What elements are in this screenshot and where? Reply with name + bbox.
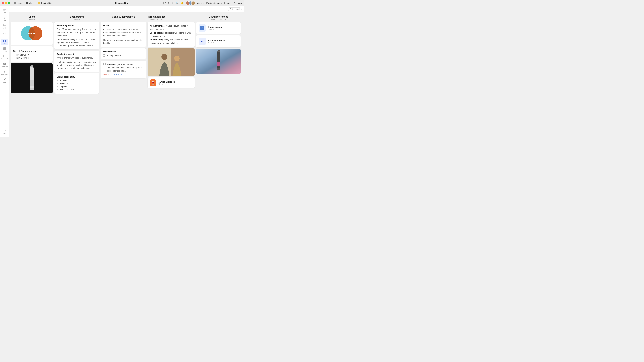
deliverables-card: Deliverables: 1 x logo refresh — [101, 48, 146, 59]
svg-rect-6 — [3, 10, 5, 10]
deliverable-checkbox[interactable] — [103, 54, 106, 57]
note-label: Note — [3, 12, 6, 13]
target-collapse-icon[interactable]: − — [193, 15, 194, 18]
client-title: Client — [11, 15, 53, 18]
vineyard-name: Sea of Roses vineyard — [13, 50, 50, 52]
brand-assets-column-header: Brand assets cards 6 cards — [242, 14, 244, 21]
svg-rect-17 — [5, 39, 6, 41]
sidebar-item-add-image[interactable]: Add image — [1, 62, 8, 68]
tab-work[interactable]: Work — [24, 1, 35, 5]
sidebar-item-draw[interactable]: Draw — [1, 77, 8, 84]
tab-home[interactable]: Home — [12, 1, 24, 5]
svg-rect-10 — [4, 25, 6, 26]
svg-rect-49 — [202, 28, 204, 30]
minimize-button[interactable] — [5, 2, 7, 4]
background-section-title: The background — [57, 24, 97, 27]
goals-title: Goals & deliverables — [101, 15, 146, 18]
export-chevron: ▾ — [230, 2, 231, 4]
background-subtitle: 3 cards — [54, 18, 99, 20]
zoom-out-button[interactable]: Zoom out — [234, 2, 242, 4]
svg-rect-18 — [3, 41, 4, 42]
svg-rect-19 — [5, 41, 6, 42]
target-title: Target audience — [148, 15, 165, 18]
maximize-button[interactable] — [8, 2, 10, 4]
personality-feminine: Feminine — [60, 79, 97, 82]
svg-rect-12 — [4, 26, 5, 26]
due-date-tag[interactable]: Due 30 Jul — [104, 74, 112, 76]
vineyard-bullets: Founder 1879 Family owned — [13, 53, 50, 59]
svg-rect-51 — [217, 51, 220, 52]
avatar-stack — [186, 1, 195, 5]
sidebar-item-line[interactable]: Line — [1, 31, 8, 37]
audience-info-card: About them: 25-40 year olds, interested … — [148, 22, 194, 47]
brand-personality-title: Brand personality — [57, 76, 97, 78]
sidebar-item-link[interactable]: Link — [1, 15, 8, 22]
brand-pattern-ref-card[interactable]: Ai Brand-Pattern.ai 1.4 MB — [196, 35, 241, 47]
notifications-icon[interactable]: 0 — [168, 2, 170, 4]
sidebar-item-note[interactable]: Note — [1, 8, 8, 14]
traffic-lights — [2, 2, 10, 4]
draw-label: Draw — [3, 81, 6, 83]
sidebar-item-column[interactable]: Column — [1, 46, 8, 53]
brand-pattern-size: 1.4 MB — [208, 42, 225, 44]
bullet-founder: Founder 1879 — [16, 53, 50, 56]
brand-assets-count: 6 cards — [208, 28, 222, 30]
upload-label: Upload file — [1, 74, 8, 75]
background-title: Background — [54, 15, 99, 18]
window-title: Creative Brief — [115, 2, 129, 4]
background-card: The background Sea of Roses are launchin… — [54, 22, 99, 49]
target-audience-board-card[interactable]: 🍷 Target audience 13 cards — [148, 77, 194, 88]
svg-point-15 — [5, 33, 6, 33]
svg-point-26 — [5, 56, 5, 56]
svg-rect-20 — [3, 47, 4, 50]
editors-label[interactable]: Editors — [196, 2, 202, 4]
sidebar-item-board[interactable]: Board — [1, 38, 8, 45]
deliverables-label: Deliverables: — [103, 51, 144, 53]
tab-brief[interactable]: Creative Brief — [36, 1, 54, 5]
brand-assets-ref-card[interactable]: Brand assets 6 cards — [196, 22, 241, 34]
home-tab-icon — [14, 2, 16, 4]
target-board-name: Target audience — [158, 81, 175, 83]
svg-rect-47 — [202, 26, 204, 28]
trash-label: Trash — [2, 133, 6, 134]
svg-rect-3 — [3, 9, 6, 9]
due-checkbox[interactable] — [104, 63, 106, 65]
wine-bottle-ref-card — [196, 49, 241, 74]
main-area: 0 Unsorted Client 4 cards Summit — [9, 6, 244, 137]
app-layout: Note Link To-do — [0, 6, 244, 137]
target-subtitle: 1 board, 2 cards — [148, 18, 165, 20]
sidebar-item-trash[interactable]: Trash — [1, 128, 8, 135]
bell-icon[interactable]: 🔔 — [180, 2, 184, 4]
sidebar-item-comment[interactable]: Comment — [1, 54, 8, 61]
svg-rect-1 — [164, 2, 165, 4]
titlebar-right: 0 ? 🔍 🔔 Editors ▾ Publish & share ▾ Expo… — [163, 1, 242, 5]
avatar-3 — [191, 1, 195, 5]
close-button[interactable] — [2, 2, 4, 4]
svg-rect-5 — [3, 10, 6, 10]
column-background: Background 3 cards The background Sea of… — [54, 14, 99, 135]
wine-bottle-dark-card — [11, 63, 53, 93]
goals-card: Goals Establish brand awareness for the … — [101, 22, 146, 47]
unsorted-badge[interactable]: 0 Unsorted — [228, 7, 242, 11]
svg-rect-36 — [30, 64, 33, 66]
target-column-header: Target audience 1 board, 2 cards − — [148, 14, 194, 21]
sidebar-item-upload[interactable]: Upload file — [1, 69, 8, 76]
export-button[interactable]: Export ▾ — [224, 2, 232, 4]
product-concept-card: Product concept Wine is shared with peop… — [54, 51, 99, 72]
tab-home-label: Home — [16, 2, 22, 4]
column-brand-assets-cards: Brand assets cards 6 cards — [242, 14, 244, 135]
due-assignee-tag[interactable]: @Brett W — [114, 74, 122, 76]
svg-rect-0 — [14, 2, 16, 4]
help-icon[interactable]: ? — [172, 2, 173, 4]
brand-ref-column-header: Brand references 1 board, 1 card, 1 file — [196, 14, 241, 21]
product-concept-title: Product concept — [57, 53, 97, 55]
svg-rect-22 — [5, 47, 6, 50]
sidebar-item-todo[interactable]: To-do — [1, 23, 8, 30]
device-icon[interactable] — [163, 1, 166, 4]
search-icon[interactable]: 🔍 — [176, 2, 178, 4]
add-image-label: Add image — [1, 66, 8, 67]
tab-work-label: Work — [29, 2, 34, 4]
editors-chevron[interactable]: ▾ — [203, 2, 204, 4]
svg-rect-8 — [4, 25, 6, 25]
publish-share-button[interactable]: Publish & share ▾ — [206, 2, 222, 4]
